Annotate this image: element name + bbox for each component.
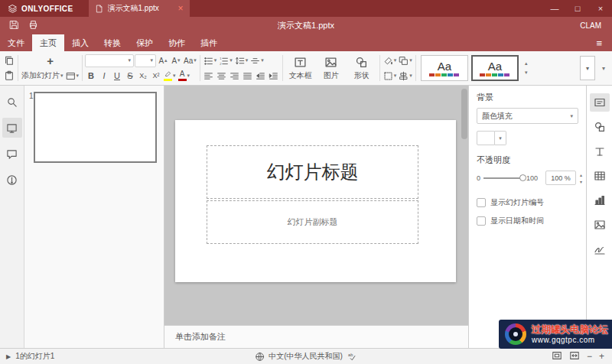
text-art-settings-tab[interactable]: [590, 142, 610, 161]
scrollbar-thumb[interactable]: [461, 89, 467, 139]
bullets-button[interactable]: ▾: [203, 54, 218, 68]
feedback-button[interactable]: [2, 170, 22, 190]
menu-tab-file[interactable]: 文件: [0, 34, 32, 51]
italic-button[interactable]: I: [98, 69, 110, 83]
search-icon: [6, 96, 18, 108]
text-box-button[interactable]: 文本框: [285, 56, 316, 81]
menu-tab-transitions[interactable]: 转换: [96, 34, 129, 51]
save-button[interactable]: [9, 20, 19, 31]
opacity-slider-knob[interactable]: [519, 174, 526, 181]
add-slide-menu-button[interactable]: 添加幻灯片 ▾: [21, 69, 64, 83]
fit-slide-button[interactable]: [552, 350, 562, 362]
superscript-button[interactable]: X²: [150, 69, 162, 83]
arrange-button[interactable]: ▾: [398, 54, 413, 68]
zoom-out-button[interactable]: −: [587, 352, 592, 361]
spellcheck-button[interactable]: ab: [347, 351, 357, 362]
text-box-icon: [294, 56, 307, 69]
increase-font-button[interactable]: A▴: [157, 54, 169, 68]
menu-more-button[interactable]: ≡: [586, 34, 612, 51]
menu-tab-protection[interactable]: 保护: [129, 34, 161, 51]
shape-settings-icon: [594, 121, 606, 133]
close-button[interactable]: ×: [589, 0, 612, 17]
align-center-button[interactable]: [216, 69, 228, 83]
svg-text:2: 2: [220, 62, 223, 66]
bold-button[interactable]: B: [85, 69, 97, 83]
notes-area[interactable]: 单击添加备注: [164, 325, 468, 348]
subscript-button[interactable]: X₂: [137, 69, 149, 83]
menu-tab-plugins[interactable]: 插件: [193, 34, 225, 51]
slides-panel-button[interactable]: [2, 118, 22, 138]
shape-fill-button[interactable]: ▾: [382, 54, 398, 68]
slide-canvas[interactable]: 幻灯片标题 幻灯片副标题: [175, 120, 456, 282]
slide-thumbnail[interactable]: [34, 92, 157, 163]
slide-settings-tab[interactable]: [590, 93, 610, 112]
chevron-down-icon: ▾: [129, 57, 132, 63]
image-settings-tab[interactable]: [590, 216, 610, 234]
line-spacing-button[interactable]: ▾: [234, 54, 249, 68]
shape-button[interactable]: 形状: [347, 56, 377, 81]
highlight-color-button[interactable]: ▾: [163, 69, 177, 83]
menu-tab-collaboration[interactable]: 协作: [161, 34, 193, 51]
opacity-slider[interactable]: [483, 177, 523, 179]
image-button[interactable]: 图片: [316, 56, 347, 81]
canvas-scrollbar[interactable]: [461, 87, 467, 323]
strikeout-button[interactable]: S: [124, 69, 136, 83]
checkbox-show-date-time[interactable]: [477, 216, 486, 226]
font-color-button[interactable]: A ▾: [177, 69, 191, 83]
table-settings-tab[interactable]: [590, 167, 610, 185]
language-button[interactable]: 中文(中华人民共和国): [255, 351, 343, 362]
shape-settings-tab[interactable]: [590, 118, 610, 136]
menu-tab-home[interactable]: 主页: [32, 34, 64, 51]
app-name: ONLYOFFICE: [21, 5, 73, 13]
fill-color-dropdown-button[interactable]: ▾: [495, 131, 506, 145]
print-button[interactable]: [28, 20, 38, 31]
maximize-button[interactable]: □: [566, 0, 589, 17]
minimize-button[interactable]: —: [543, 0, 566, 17]
chart-settings-tab[interactable]: [590, 191, 610, 210]
font-size-combo[interactable]: ▾: [135, 54, 156, 67]
theme-scroll-up-button[interactable]: ▴: [522, 60, 531, 67]
fill-type-select[interactable]: 颜色填充 ▾: [477, 108, 578, 124]
theme-item[interactable]: Aa: [421, 55, 468, 81]
increase-indent-button[interactable]: [268, 69, 280, 83]
numbering-button[interactable]: 12▾: [218, 54, 233, 68]
theme-item-selected[interactable]: Aa: [471, 55, 519, 81]
align-left-button[interactable]: [203, 69, 215, 83]
decrease-indent-button[interactable]: [255, 69, 267, 83]
theme-scroll-down-button[interactable]: ▾: [522, 69, 531, 76]
chevron-down-icon: ▾: [60, 73, 63, 79]
collapse-toolbar-button[interactable]: ▾: [598, 65, 609, 72]
spinner-down-button[interactable]: ▾: [577, 178, 585, 185]
align-justify-button[interactable]: [242, 69, 254, 83]
subtitle-placeholder[interactable]: 幻灯片副标题: [207, 200, 418, 244]
font-name-combo[interactable]: ▾: [85, 54, 134, 67]
theme-gallery-open-button[interactable]: ▾: [580, 56, 595, 80]
checkbox-show-slide-number[interactable]: [477, 198, 486, 207]
menu-tab-insert[interactable]: 插入: [64, 34, 96, 51]
opacity-value-spinner[interactable]: 100 %: [545, 171, 576, 185]
signature-settings-tab[interactable]: [590, 240, 610, 258]
search-button[interactable]: [2, 92, 22, 112]
underline-button[interactable]: U: [111, 69, 123, 83]
align-right-button[interactable]: [229, 69, 241, 83]
fill-color-swatch[interactable]: [477, 131, 495, 145]
paste-button[interactable]: [3, 69, 15, 83]
vertical-align-button[interactable]: ▾: [249, 54, 265, 68]
comments-button[interactable]: [2, 144, 22, 164]
shape-outline-button[interactable]: ▾: [382, 69, 398, 83]
spinner-up-button[interactable]: ▴: [577, 171, 585, 178]
decrease-font-button[interactable]: A▾: [170, 54, 182, 68]
start-slideshow-button[interactable]: ▶: [6, 353, 11, 360]
document-tab[interactable]: 演示文稿1.pptx ×: [89, 0, 190, 17]
align-objects-button[interactable]: ▾: [398, 69, 413, 83]
tab-title: 演示文稿1.pptx: [108, 3, 159, 14]
zoom-in-button[interactable]: +: [599, 352, 604, 361]
change-layout-button[interactable]: ▾: [65, 69, 80, 83]
change-case-button[interactable]: Aa▾: [183, 54, 197, 68]
title-placeholder[interactable]: 幻灯片标题: [207, 145, 418, 199]
tab-close-button[interactable]: ×: [178, 4, 184, 13]
fit-width-button[interactable]: [569, 350, 580, 362]
add-slide-button[interactable]: +: [21, 54, 80, 68]
vertical-align-icon: [250, 56, 260, 66]
copy-button[interactable]: [3, 54, 15, 68]
